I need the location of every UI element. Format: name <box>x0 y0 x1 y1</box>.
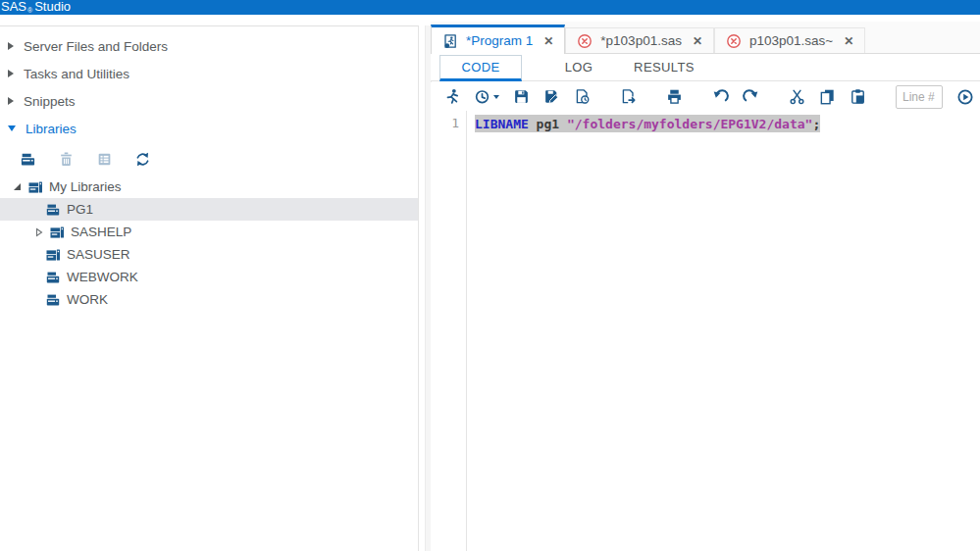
cut-icon[interactable] <box>789 88 805 105</box>
print-icon[interactable] <box>666 88 683 105</box>
library-icon <box>45 292 61 308</box>
app-header: SAS®Studio <box>0 0 980 15</box>
tree-node-pg1[interactable]: PG1 <box>0 198 418 221</box>
goto-line-input[interactable] <box>896 85 943 109</box>
code-token-string: "/folders/myfolders/EPG1V2/data" <box>567 116 812 130</box>
tab-program-1[interactable]: *Program 1 ✕ <box>431 25 565 54</box>
sidebar-item-label: Server Files and Folders <box>24 39 168 54</box>
error-icon <box>577 33 593 49</box>
new-library-icon[interactable] <box>19 150 36 168</box>
error-icon <box>726 33 742 49</box>
tree-node-my-libraries[interactable]: My Libraries <box>0 175 418 198</box>
chevron-right-icon <box>8 42 14 50</box>
submission-history-button[interactable] <box>474 88 499 105</box>
app-title-brand: SAS <box>1 0 26 14</box>
line-number: 1 <box>431 116 459 130</box>
code-token-plain: pg1 <box>529 116 567 130</box>
tab-label: CODE <box>461 60 499 75</box>
chevron-right-icon <box>8 70 14 77</box>
tab-label: LOG <box>565 60 593 75</box>
editor-view-tabs: CODE LOG RESULTS <box>431 54 980 81</box>
sidebar-item-label: Tasks and Utilities <box>24 67 129 81</box>
submission-history-icon <box>474 88 490 105</box>
sidebar-item-label: Snippets <box>24 94 76 109</box>
app-title-trademark: ® <box>27 7 32 14</box>
tree-node-work[interactable]: WORK <box>0 288 418 311</box>
tab-p103p01-sas-backup[interactable]: p103p01.sas~ ✕ <box>714 27 865 53</box>
tab-label: RESULTS <box>634 60 695 75</box>
selected-code: LIBNAME pg1 "/folders/myfolders/EPG1V2/d… <box>475 115 820 132</box>
program-history-icon[interactable] <box>574 88 591 105</box>
redo-icon[interactable] <box>743 88 759 105</box>
library-details-icon[interactable] <box>95 150 113 168</box>
tree-node-label: WEBWORK <box>67 270 138 284</box>
tree-node-webwork[interactable]: WEBWORK <box>0 266 418 288</box>
sidebar-item-snippets[interactable]: Snippets <box>0 87 418 115</box>
chevron-down-icon <box>8 125 16 131</box>
close-icon[interactable]: ✕ <box>543 34 553 48</box>
tab-label: p103p01.sas~ <box>749 33 833 48</box>
library-icon <box>45 202 61 218</box>
close-icon[interactable]: ✕ <box>693 34 702 48</box>
code-editor[interactable]: 1 LIBNAME pg1 "/folders/myfolders/EPG1V2… <box>431 111 980 551</box>
code-line: LIBNAME pg1 "/folders/myfolders/EPG1V2/d… <box>475 116 820 130</box>
tab-code[interactable]: CODE <box>439 55 522 81</box>
code-toolbar <box>431 82 980 111</box>
copy-to-snippet-icon[interactable] <box>620 88 637 105</box>
tab-log[interactable]: LOG <box>549 54 608 80</box>
sidebar-item-server-files[interactable]: Server Files and Folders <box>0 32 418 60</box>
undo-icon[interactable] <box>712 88 729 105</box>
paste-icon[interactable] <box>850 88 866 105</box>
sas-program-icon <box>442 33 458 49</box>
sidebar-item-tasks-utilities[interactable]: Tasks and Utilities <box>0 60 418 87</box>
code-text-area[interactable]: LIBNAME pg1 "/folders/myfolders/EPG1V2/d… <box>467 111 820 551</box>
library-icon <box>45 270 61 285</box>
navigation-sidebar: Server Files and Folders Tasks and Utili… <box>0 25 419 551</box>
code-token-keyword: LIBNAME <box>475 116 529 130</box>
tree-node-label: SASHELP <box>71 225 131 239</box>
libraries-tree: My Libraries PG1 SASHELP <box>0 175 418 311</box>
tree-node-sashelp[interactable]: SASHELP <box>0 221 418 243</box>
library-group-icon <box>27 179 43 195</box>
chevron-down-icon <box>493 95 499 99</box>
code-token-plain: ; <box>812 116 820 130</box>
libraries-toolbar <box>19 150 418 168</box>
tree-node-label: My Libraries <box>49 179 122 194</box>
save-icon[interactable] <box>513 88 530 105</box>
tab-p103p01-sas[interactable]: *p103p01.sas ✕ <box>565 27 714 53</box>
tree-expanded-icon[interactable] <box>14 183 21 190</box>
sidebar-item-label: Libraries <box>26 122 77 136</box>
tree-node-label: WORK <box>67 292 108 307</box>
tab-label: *p103p01.sas <box>600 33 682 48</box>
tab-results[interactable]: RESULTS <box>624 54 704 80</box>
delete-library-icon[interactable] <box>57 150 75 168</box>
tree-node-label: SASUSER <box>67 247 130 262</box>
document-tabstrip: *Program 1 ✕ *p103p01.sas ✕ p103p01.sas~… <box>431 22 980 54</box>
chevron-right-icon <box>8 97 14 105</box>
tree-node-label: PG1 <box>67 202 93 217</box>
close-icon[interactable]: ✕ <box>844 34 853 48</box>
tree-node-sasuser[interactable]: SASUSER <box>0 243 418 266</box>
line-number-gutter: 1 <box>431 111 467 551</box>
goto-line-icon[interactable] <box>956 88 974 106</box>
copy-icon[interactable] <box>819 88 836 105</box>
tab-label: *Program 1 <box>466 33 533 48</box>
library-group-icon <box>45 247 61 263</box>
run-icon[interactable] <box>443 88 460 105</box>
save-as-icon[interactable] <box>543 88 560 105</box>
refresh-libraries-icon[interactable] <box>133 150 151 168</box>
sidebar-item-libraries[interactable]: Libraries <box>0 115 418 142</box>
library-group-icon <box>49 225 65 240</box>
app-title-product: Studio <box>34 0 71 14</box>
tree-collapsed-icon[interactable] <box>35 227 43 237</box>
